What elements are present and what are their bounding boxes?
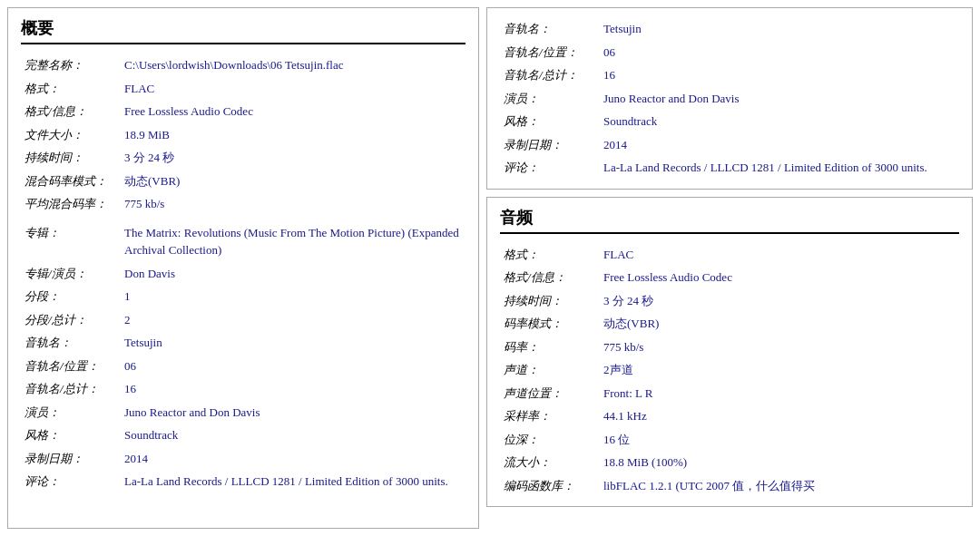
table-row: 格式：FLAC [21, 77, 466, 101]
table-row: 持续时间：3 分 24 秒 [500, 289, 959, 313]
row-label: 持续时间： [21, 146, 121, 170]
row-value: Tetsujin [121, 331, 466, 355]
row-value: FLAC [121, 77, 466, 101]
table-row: 音轨名/总计：16 [500, 63, 959, 87]
table-row: 评论：La-La Land Records / LLLCD 1281 / Lim… [21, 470, 466, 493]
row-label: 分段： [21, 285, 121, 308]
table-row: 文件大小：18.9 MiB [21, 123, 466, 147]
table-row: 演员：Juno Reactor and Don Davis [21, 401, 466, 424]
table-row: 码率：775 kb/s [500, 336, 959, 359]
row-label: 演员： [500, 87, 600, 111]
row-label: 位深： [500, 428, 600, 452]
row-value: Free Lossless Audio Codec [600, 266, 959, 289]
row-value: Don Davis [121, 262, 466, 286]
row-label: 演员： [21, 401, 121, 424]
row-label: 评论： [500, 156, 600, 180]
row-value: 06 [600, 41, 959, 64]
row-label: 格式/信息： [21, 100, 121, 123]
row-value: La-La Land Records / LLLCD 1281 / Limite… [600, 156, 959, 180]
row-value: La-La Land Records / LLLCD 1281 / Limite… [121, 470, 466, 493]
row-label: 评论： [21, 470, 121, 493]
row-label: 码率： [500, 336, 600, 359]
table-row: 风格：Soundtrack [21, 424, 466, 447]
table-row: 分段：1 [21, 285, 466, 308]
row-label: 音轨名： [500, 17, 600, 41]
table-row: 音轨名/位置：06 [21, 355, 466, 378]
row-value: 2 [121, 308, 466, 332]
row-value: The Matrix: Revolutions (Music From The … [121, 221, 466, 262]
row-value: 16 [600, 63, 959, 87]
row-label: 持续时间： [500, 289, 600, 313]
table-row: 演员：Juno Reactor and Don Davis [500, 87, 959, 111]
row-label: 分段/总计： [21, 308, 121, 332]
row-label: 码率模式： [500, 312, 600, 336]
row-label: 声道位置： [500, 382, 600, 405]
row-label: 风格： [21, 424, 121, 447]
row-value: FLAC [600, 243, 959, 267]
row-label: 音轨名： [21, 331, 121, 355]
main-container: 概要 完整名称：C:\Users\lordwish\Downloads\06 T… [0, 0, 980, 536]
row-value: C:\Users\lordwish\Downloads\06 Tetsujin.… [121, 54, 466, 77]
row-label: 流大小： [500, 451, 600, 474]
bottom-right-panel: 音频 格式：FLAC格式/信息：Free Lossless Audio Code… [486, 197, 973, 508]
row-value: 06 [121, 355, 466, 378]
row-value: Juno Reactor and Don Davis [600, 87, 959, 111]
row-label: 音轨名/总计： [21, 377, 121, 401]
row-value: libFLAC 1.2.1 (UTC 2007 值，什么值得买 [600, 474, 959, 498]
row-label: 混合码率模式： [21, 170, 121, 193]
row-value: Free Lossless Audio Codec [121, 100, 466, 123]
row-value: 2014 [121, 447, 466, 471]
row-value: Front: L R [600, 382, 959, 405]
table-row: 持续时间：3 分 24 秒 [21, 146, 466, 170]
row-label: 格式/信息： [500, 266, 600, 289]
top-right-panel: 音轨名：Tetsujin音轨名/位置：06音轨名/总计：16演员：Juno Re… [486, 7, 973, 190]
left-panel-title: 概要 [21, 17, 466, 44]
row-label: 平均混合码率： [21, 192, 121, 216]
row-value: Tetsujin [600, 17, 959, 41]
bottom-right-info-table: 格式：FLAC格式/信息：Free Lossless Audio Codec持续… [500, 243, 959, 498]
table-row: 完整名称：C:\Users\lordwish\Downloads\06 Tets… [21, 54, 466, 77]
row-label: 声道： [500, 358, 600, 382]
row-value: 1 [121, 285, 466, 308]
row-value: 16 位 [600, 428, 959, 452]
row-value: 3 分 24 秒 [600, 289, 959, 313]
table-row: 风格：Soundtrack [500, 110, 959, 133]
row-value: Soundtrack [600, 110, 959, 133]
table-row: 格式/信息：Free Lossless Audio Codec [21, 100, 466, 123]
table-row: 音轨名/位置：06 [500, 41, 959, 64]
row-label: 编码函数库： [500, 474, 600, 498]
row-label: 文件大小： [21, 123, 121, 147]
row-label: 风格： [500, 110, 600, 133]
row-label: 专辑/演员： [21, 262, 121, 286]
table-row: 音轨名：Tetsujin [500, 17, 959, 41]
row-label: 音轨名/位置： [21, 355, 121, 378]
row-value: 775 kb/s [121, 192, 466, 216]
row-label: 录制日期： [21, 447, 121, 471]
table-row: 声道：2声道 [500, 358, 959, 382]
row-value: 2014 [600, 133, 959, 157]
row-label: 格式： [500, 243, 600, 267]
left-panel: 概要 完整名称：C:\Users\lordwish\Downloads\06 T… [7, 7, 479, 529]
table-row: 位深：16 位 [500, 428, 959, 452]
table-row: 格式：FLAC [500, 243, 959, 267]
table-row: 评论：La-La Land Records / LLLCD 1281 / Lim… [500, 156, 959, 180]
row-value: 3 分 24 秒 [121, 146, 466, 170]
row-value: Soundtrack [121, 424, 466, 447]
table-row: 码率模式：动态(VBR) [500, 312, 959, 336]
table-row: 音轨名/总计：16 [21, 377, 466, 401]
row-label: 音轨名/位置： [500, 41, 600, 64]
table-row: 编码函数库：libFLAC 1.2.1 (UTC 2007 值，什么值得买 [500, 474, 959, 498]
table-row: 平均混合码率：775 kb/s [21, 192, 466, 216]
row-value: 18.8 MiB (100%) [600, 451, 959, 474]
row-label: 格式： [21, 77, 121, 101]
left-info-table: 完整名称：C:\Users\lordwish\Downloads\06 Tets… [21, 54, 466, 493]
table-row: 音轨名：Tetsujin [21, 331, 466, 355]
table-row: 分段/总计：2 [21, 308, 466, 332]
row-value: 2声道 [600, 358, 959, 382]
row-label: 采样率： [500, 404, 600, 428]
row-label: 录制日期： [500, 133, 600, 157]
row-value: 775 kb/s [600, 336, 959, 359]
table-row: 录制日期：2014 [21, 447, 466, 471]
table-row: 流大小：18.8 MiB (100%) [500, 451, 959, 474]
top-right-info-table: 音轨名：Tetsujin音轨名/位置：06音轨名/总计：16演员：Juno Re… [500, 17, 959, 180]
